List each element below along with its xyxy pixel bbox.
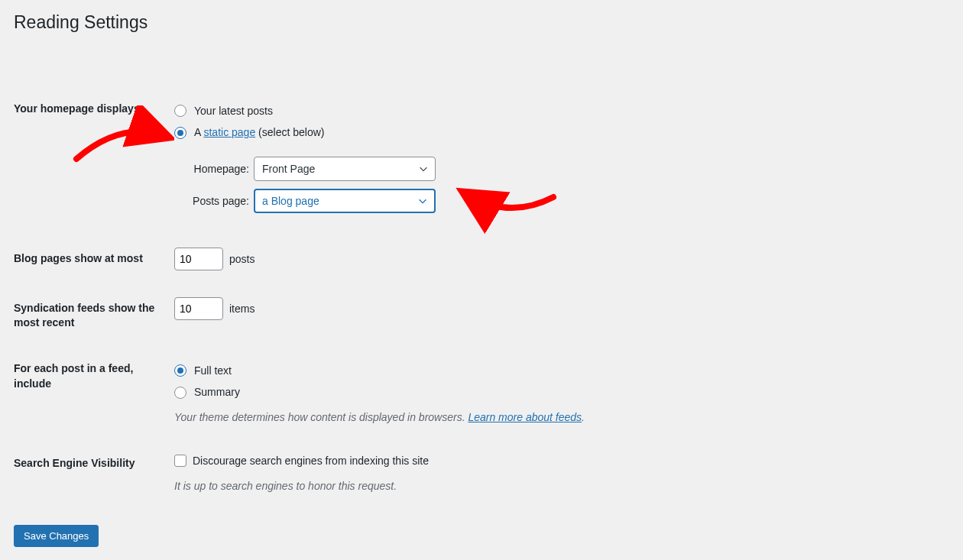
- static-suffix: (select below): [255, 126, 324, 138]
- save-button[interactable]: Save Changes: [14, 525, 99, 547]
- syndication-label: Syndication feeds show the most recent: [14, 286, 174, 346]
- feed-include-description: Your theme determines how content is dis…: [174, 409, 942, 426]
- homepage-displays-label: Your homepage displays: [14, 86, 174, 236]
- chevron-down-icon: [418, 163, 429, 174]
- posts-page-select-value: a Blog page: [262, 193, 319, 209]
- feed-note-suffix: .: [582, 411, 585, 423]
- radio-summary[interactable]: [174, 387, 186, 399]
- syndication-unit: items: [229, 300, 255, 317]
- radio-full-text-label: Full text: [194, 362, 232, 379]
- static-prefix: A: [194, 126, 203, 138]
- radio-summary-label: Summary: [194, 384, 240, 400]
- radio-latest-posts-label: Your latest posts: [194, 102, 273, 119]
- blog-pages-input[interactable]: [174, 248, 223, 270]
- homepage-select[interactable]: Front Page: [254, 157, 436, 181]
- radio-static-page-label: A static page (select below): [194, 124, 324, 141]
- radio-static-page[interactable]: [174, 127, 186, 139]
- syndication-input[interactable]: [174, 297, 223, 320]
- homepage-select-value: Front Page: [262, 160, 315, 177]
- homepage-select-label: Homepage:: [174, 160, 249, 177]
- radio-full-text[interactable]: [174, 364, 186, 377]
- feed-note-prefix: Your theme determines how content is dis…: [174, 411, 468, 423]
- learn-more-feeds-link[interactable]: Learn more about feeds: [468, 411, 582, 423]
- feed-include-label: For each post in a feed, include: [14, 346, 174, 441]
- blog-pages-unit: posts: [229, 251, 255, 267]
- chevron-down-icon: [417, 196, 428, 206]
- page-title: Reading Settings: [14, 0, 949, 40]
- blog-pages-label: Blog pages show at most: [14, 236, 174, 286]
- search-visibility-note: It is up to search engines to honor this…: [174, 477, 942, 494]
- search-visibility-label: Search Engine Visibility: [14, 441, 174, 510]
- discourage-search-label: Discourage search engines from indexing …: [193, 452, 429, 469]
- radio-latest-posts[interactable]: [174, 105, 186, 117]
- settings-table: Your homepage displays Your latest posts…: [14, 86, 949, 510]
- static-page-link[interactable]: static page: [203, 126, 255, 138]
- posts-page-select-label: Posts page:: [174, 193, 249, 209]
- posts-page-select[interactable]: a Blog page: [254, 189, 436, 213]
- discourage-search-checkbox[interactable]: [174, 455, 186, 467]
